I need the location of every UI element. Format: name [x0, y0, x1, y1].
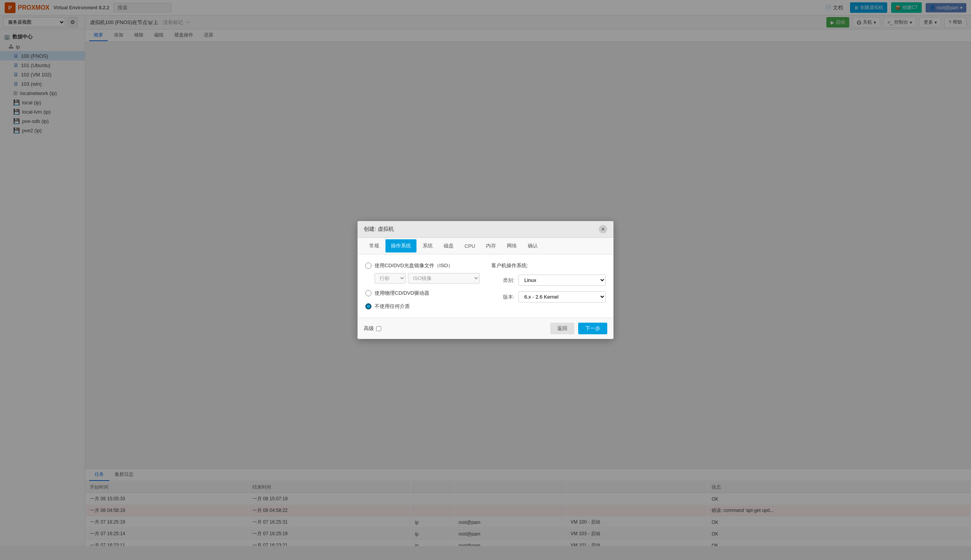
- modal-header: 创建: 虚拟机 ✕: [358, 221, 613, 238]
- category-row: 类别: Linux Windows Solaris Other: [491, 275, 606, 286]
- media-radio-group: 使用CD/DVD光盘镜像文件（ISO） 行标 local ISO镜像: [365, 262, 480, 310]
- os-section-title: 客户机操作系统:: [491, 262, 606, 269]
- modal-tab-network[interactable]: 网络: [501, 238, 522, 254]
- modal-tab-confirm[interactable]: 确认: [522, 238, 543, 254]
- next-button[interactable]: 下一步: [578, 323, 607, 334]
- modal-title: 创建: 虚拟机: [364, 226, 394, 233]
- modal-tab-system[interactable]: 系统: [417, 238, 438, 254]
- version-select[interactable]: 6.x - 2.6 Kernel 5.x - 2.6 Kernel 4.x - …: [518, 291, 606, 302]
- modal-tab-general[interactable]: 常规: [364, 238, 385, 254]
- physical-radio-item[interactable]: 使用物理CD/DVD驱动器: [365, 290, 480, 297]
- create-vm-modal: 创建: 虚拟机 ✕ 常规 操作系统 系统 磁盘 CPU 内存 网络 确认: [358, 221, 613, 339]
- none-radio-item[interactable]: 不使用任何介质: [365, 303, 480, 310]
- modal-close-button[interactable]: ✕: [599, 225, 607, 233]
- version-label: 版本:: [491, 294, 515, 301]
- two-col-layout: 使用CD/DVD光盘镜像文件（ISO） 行标 local ISO镜像: [365, 262, 606, 310]
- advanced-row: 高级: [364, 325, 381, 332]
- advanced-label: 高级: [364, 325, 374, 332]
- iso-drive-select[interactable]: 行标 local: [375, 273, 406, 283]
- iso-drive-row: 行标 local ISO镜像: [375, 273, 480, 283]
- back-button[interactable]: 返回: [550, 323, 574, 334]
- right-column: 客户机操作系统: 类别: Linux Windows Solaris Other…: [491, 262, 606, 310]
- modal-tab-cpu[interactable]: CPU: [459, 238, 480, 254]
- none-radio-input[interactable]: [365, 303, 371, 309]
- iso-radio-label: 使用CD/DVD光盘镜像文件（ISO）: [375, 262, 453, 269]
- left-column: 使用CD/DVD光盘镜像文件（ISO） 行标 local ISO镜像: [365, 262, 480, 310]
- iso-option-container: 使用CD/DVD光盘镜像文件（ISO） 行标 local ISO镜像: [365, 262, 480, 283]
- iso-radio-item[interactable]: 使用CD/DVD光盘镜像文件（ISO）: [365, 262, 480, 269]
- version-row: 版本: 6.x - 2.6 Kernel 5.x - 2.6 Kernel 4.…: [491, 291, 606, 302]
- iso-radio-input[interactable]: [365, 263, 371, 269]
- category-select[interactable]: Linux Windows Solaris Other: [518, 275, 606, 286]
- modal-tab-os[interactable]: 操作系统: [385, 239, 416, 252]
- modal-tab-memory[interactable]: 内存: [480, 238, 501, 254]
- physical-radio-label: 使用物理CD/DVD驱动器: [375, 290, 429, 297]
- modal-footer: 高级 返回 下一步: [358, 318, 613, 339]
- modal-body: 使用CD/DVD光盘镜像文件（ISO） 行标 local ISO镜像: [358, 254, 613, 318]
- modal-overlay: 创建: 虚拟机 ✕ 常规 操作系统 系统 磁盘 CPU 内存 网络 确认: [0, 0, 971, 560]
- category-label: 类别:: [491, 277, 515, 284]
- advanced-checkbox[interactable]: [376, 326, 381, 331]
- modal-tab-disk[interactable]: 磁盘: [438, 238, 459, 254]
- none-radio-label: 不使用任何介质: [375, 303, 410, 310]
- iso-file-select[interactable]: ISO镜像: [408, 273, 480, 283]
- modal-tabs: 常规 操作系统 系统 磁盘 CPU 内存 网络 确认: [358, 238, 613, 254]
- physical-radio-input[interactable]: [365, 290, 371, 296]
